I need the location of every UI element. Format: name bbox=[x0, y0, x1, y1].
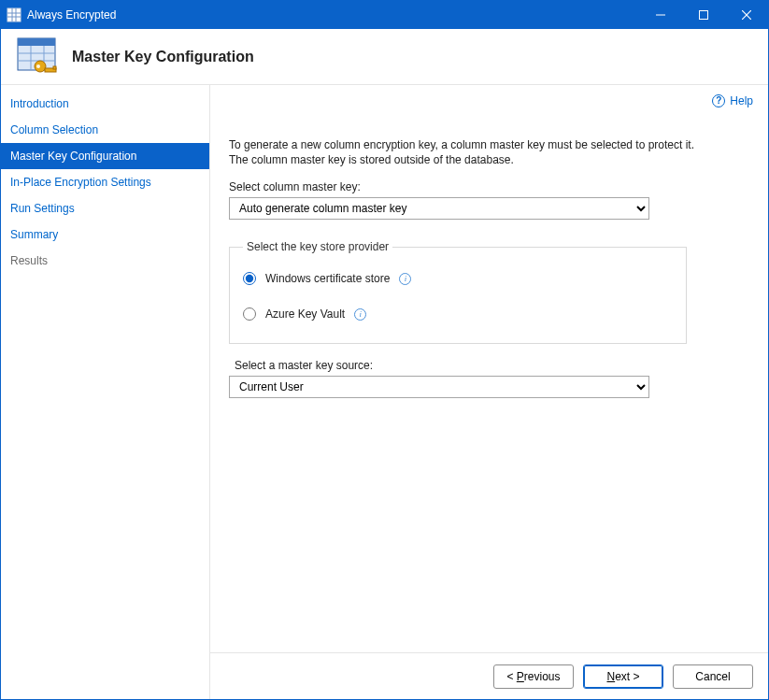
cmk-select-label: Select column master key: bbox=[229, 180, 749, 193]
source-select[interactable]: Current User bbox=[229, 376, 649, 398]
nav-column-selection[interactable]: Column Selection bbox=[1, 117, 209, 143]
svg-rect-0 bbox=[7, 8, 21, 21]
info-icon[interactable]: i bbox=[354, 308, 366, 321]
wizard-nav: Introduction Column Selection Master Key… bbox=[1, 85, 210, 699]
info-icon[interactable]: i bbox=[399, 273, 411, 285]
next-button[interactable]: Next > bbox=[583, 664, 663, 689]
provider-windows-cert-row[interactable]: Windows certificate store i bbox=[243, 272, 673, 285]
provider-windows-cert-label: Windows certificate store bbox=[265, 272, 390, 285]
nav-summary[interactable]: Summary bbox=[1, 221, 209, 248]
cmk-select[interactable]: Auto generate column master key bbox=[229, 197, 649, 220]
provider-akv-radio[interactable] bbox=[243, 307, 256, 321]
help-label: Help bbox=[730, 94, 753, 107]
svg-point-18 bbox=[36, 64, 40, 68]
intro-text: To generate a new column encryption key,… bbox=[229, 137, 696, 167]
wizard-footer: < Previous Next > Cancel bbox=[210, 652, 768, 699]
app-icon bbox=[7, 7, 21, 22]
header: Master Key Configuration bbox=[1, 29, 768, 85]
key-store-provider-group: Select the key store provider Windows ce… bbox=[229, 240, 687, 344]
provider-windows-cert-radio[interactable] bbox=[243, 272, 256, 285]
svg-rect-6 bbox=[700, 11, 708, 20]
wizard-body: Introduction Column Selection Master Key… bbox=[1, 85, 768, 699]
source-select-label: Select a master key source: bbox=[235, 359, 749, 372]
cancel-button[interactable]: Cancel bbox=[673, 664, 753, 689]
svg-rect-10 bbox=[18, 38, 55, 46]
wizard-window: Always Encrypted bbox=[0, 0, 769, 700]
nav-results: Results bbox=[1, 248, 209, 274]
help-icon: ? bbox=[712, 94, 725, 107]
key-store-provider-legend: Select the key store provider bbox=[243, 240, 392, 253]
nav-master-key-configuration[interactable]: Master Key Configuration bbox=[1, 143, 209, 169]
nav-introduction[interactable]: Introduction bbox=[1, 91, 209, 117]
close-button[interactable] bbox=[725, 1, 768, 29]
provider-akv-label: Azure Key Vault bbox=[265, 307, 345, 321]
provider-akv-row[interactable]: Azure Key Vault i bbox=[243, 307, 673, 321]
window-title: Always Encrypted bbox=[27, 1, 639, 29]
titlebar: Always Encrypted bbox=[1, 1, 768, 29]
previous-button[interactable]: < Previous bbox=[493, 664, 574, 689]
wizard-header-icon bbox=[14, 35, 59, 79]
svg-rect-17 bbox=[53, 66, 56, 69]
nav-run-settings[interactable]: Run Settings bbox=[1, 195, 209, 221]
main-pane: ? Help To generate a new column encrypti… bbox=[210, 85, 768, 699]
page-title: Master Key Configuration bbox=[72, 49, 254, 65]
help-link[interactable]: ? Help bbox=[712, 94, 753, 107]
maximize-button[interactable] bbox=[682, 1, 725, 29]
nav-in-place-encryption-settings[interactable]: In-Place Encryption Settings bbox=[1, 169, 209, 195]
minimize-button[interactable] bbox=[639, 1, 682, 29]
content-area: To generate a new column encryption key,… bbox=[210, 85, 768, 409]
